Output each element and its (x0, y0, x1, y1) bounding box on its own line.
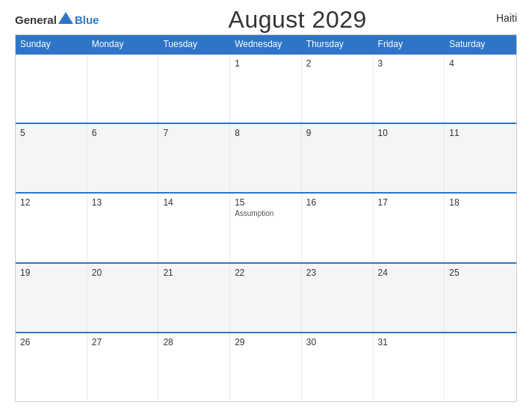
weeks: 123456789101112131415Assumption161718192… (16, 53, 516, 401)
day-number: 25 (449, 268, 512, 278)
day-cell: 17 (374, 194, 445, 262)
day-cell: 22 (230, 264, 302, 332)
day-cell: 1 (230, 55, 302, 123)
day-cell (16, 55, 87, 123)
day-number: 24 (378, 268, 440, 278)
day-cell: 6 (87, 124, 159, 192)
day-number: 4 (449, 58, 512, 69)
day-number: 9 (306, 128, 368, 138)
day-header-monday: Monday (87, 35, 159, 53)
day-cell: 11 (445, 124, 516, 192)
day-cell: 25 (445, 264, 516, 332)
country-name: Haiti (496, 12, 517, 27)
day-number: 10 (378, 128, 440, 138)
day-cell: 2 (302, 55, 374, 123)
logo-general: General (15, 13, 57, 26)
day-cell: 23 (302, 264, 374, 332)
day-header-thursday: Thursday (302, 35, 374, 53)
day-header-sunday: Sunday (16, 35, 87, 53)
day-number: 2 (306, 58, 368, 69)
day-cell: 10 (374, 124, 445, 192)
day-number: 16 (306, 197, 368, 208)
day-cell: 24 (374, 264, 445, 332)
week-row: 567891011 (16, 123, 516, 192)
day-cell: 27 (87, 333, 159, 401)
day-header-tuesday: Tuesday (158, 35, 230, 53)
day-number: 27 (92, 337, 154, 347)
logo: General Blue (15, 13, 99, 26)
day-number: 5 (20, 128, 82, 138)
day-number: 1 (235, 58, 297, 69)
day-cell: 18 (445, 194, 516, 262)
day-number: 3 (378, 58, 440, 69)
day-number: 23 (306, 268, 368, 278)
day-cell: 26 (16, 333, 87, 401)
day-number: 17 (378, 197, 440, 208)
day-number: 20 (92, 268, 154, 278)
day-header-friday: Friday (374, 35, 445, 53)
logo-triangle-icon (58, 12, 73, 24)
day-number: 14 (163, 197, 225, 208)
day-number: 13 (92, 197, 154, 208)
day-number: 12 (20, 197, 82, 208)
day-cell: 14 (158, 194, 230, 262)
day-cell (445, 333, 516, 401)
day-cell: 28 (158, 333, 230, 401)
day-cell: 15Assumption (230, 194, 302, 262)
day-cell: 20 (87, 264, 159, 332)
day-number: 15 (235, 197, 297, 208)
week-row: 19202122232425 (16, 262, 516, 332)
day-cell: 30 (302, 333, 374, 401)
day-number: 8 (235, 128, 297, 138)
day-number: 29 (235, 337, 297, 347)
day-cell: 31 (374, 333, 445, 401)
day-cell: 7 (158, 124, 230, 192)
day-cell: 19 (16, 264, 87, 332)
day-cell: 9 (302, 124, 374, 192)
day-cell: 4 (445, 55, 516, 123)
day-headers: SundayMondayTuesdayWednesdayThursdayFrid… (16, 35, 516, 53)
day-cell: 8 (230, 124, 302, 192)
day-header-saturday: Saturday (445, 35, 516, 53)
day-number: 22 (235, 268, 297, 278)
day-number: 6 (92, 128, 154, 138)
day-number: 31 (378, 337, 440, 347)
day-cell: 5 (16, 124, 87, 192)
day-cell: 16 (302, 194, 374, 262)
day-number: 21 (163, 268, 225, 278)
week-row: 262728293031 (16, 332, 516, 401)
day-cell (158, 55, 230, 123)
logo-blue: Blue (75, 13, 99, 26)
day-number: 18 (449, 197, 512, 208)
day-number: 26 (20, 337, 82, 347)
week-row: 12131415Assumption161718 (16, 192, 516, 262)
day-number: 7 (163, 128, 225, 138)
day-number: 30 (306, 337, 368, 347)
day-cell: 3 (374, 55, 445, 123)
day-cell: 12 (16, 194, 87, 262)
day-number: 28 (163, 337, 225, 347)
day-header-wednesday: Wednesday (230, 35, 302, 53)
day-cell: 21 (158, 264, 230, 332)
event-label: Assumption (235, 209, 297, 217)
calendar-title: August 2029 (229, 6, 367, 34)
day-cell: 13 (87, 194, 159, 262)
calendar: SundayMondayTuesdayWednesdayThursdayFrid… (15, 34, 517, 402)
week-row: 1234 (16, 53, 516, 123)
day-cell (87, 55, 159, 123)
day-number: 11 (449, 128, 512, 138)
day-cell: 29 (230, 333, 302, 401)
day-number: 19 (20, 268, 82, 278)
